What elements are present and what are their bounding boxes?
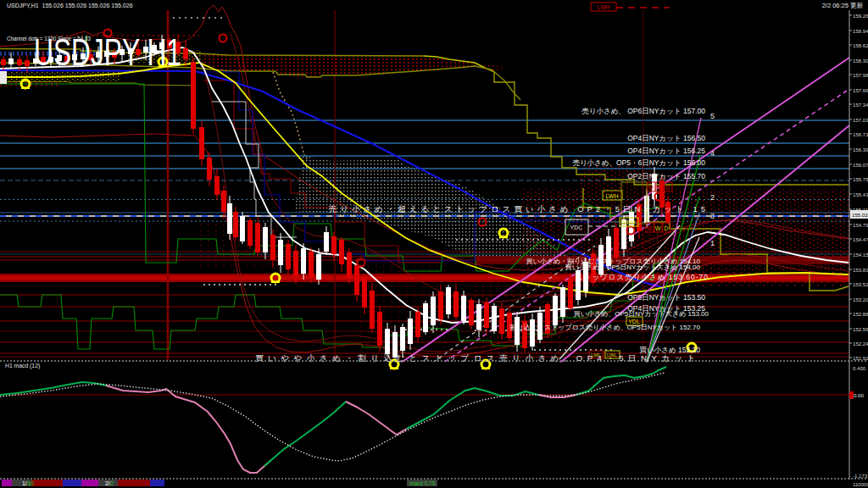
svg-text:2: 2 xyxy=(110,480,114,486)
svg-text:買い小さめ、OP5日NYカット大きめ 153.00: 買い小さめ、OP5日NYカット大きめ 153.00 xyxy=(574,310,709,318)
svg-text:macd 0.75: macd 0.75 xyxy=(409,480,436,486)
svg-text:152.560: 152.560 xyxy=(853,326,868,332)
svg-text:156.390: 156.390 xyxy=(853,147,868,152)
svg-text:158.625: 158.625 xyxy=(853,42,868,48)
svg-text:157.345: 157.345 xyxy=(853,102,868,108)
svg-text:153.200: 153.200 xyxy=(853,297,868,302)
svg-text:LWH: LWH xyxy=(605,193,618,199)
svg-text:159.265: 159.265 xyxy=(853,13,868,19)
svg-text:154.475: 154.475 xyxy=(853,236,868,242)
svg-text:152.240: 152.240 xyxy=(853,341,868,347)
svg-text:2/2 06:25 更新: 2/2 06:25 更新 xyxy=(822,2,864,9)
svg-text:153.835: 153.835 xyxy=(853,267,868,273)
svg-text:H1 macd (12): H1 macd (12) xyxy=(5,363,40,369)
svg-text:157.030: 157.030 xyxy=(853,117,868,123)
svg-text:153.520: 153.520 xyxy=(853,281,868,287)
svg-text:156.070: 156.070 xyxy=(853,162,868,168)
svg-text:0.00: 0.00 xyxy=(854,392,864,398)
svg-text:154.155: 154.155 xyxy=(853,252,868,258)
svg-text:売り小さめ・超えるとストップロス買い小さめ OP2・5日NY: 売り小さめ・超えるとストップロス買い小さめ OP2・5日NYカット 15 xyxy=(329,204,709,214)
svg-text:4: 4 xyxy=(710,149,715,158)
svg-text:2/: 2/ xyxy=(105,480,110,486)
svg-text:151.920: 151.920 xyxy=(853,355,868,361)
svg-text:YDC: YDC xyxy=(570,225,583,230)
svg-text:1/: 1/ xyxy=(22,480,27,486)
svg-text:157.985: 157.985 xyxy=(853,72,868,78)
svg-text:155.026: 155.026 xyxy=(852,212,868,218)
svg-text:買いやや小さめ・割り込むとストップロス売り小さめ、OP4・5: 買いやや小さめ・割り込むとストップロス売り小さめ、OP4・5日NYカット xyxy=(255,353,700,363)
svg-text:-1.173: -1.173 xyxy=(853,473,868,479)
svg-text:D: D xyxy=(664,225,668,231)
svg-text:OP5日NYカット 153.50: OP5日NYカット 153.50 xyxy=(627,293,705,302)
svg-text:110000: 110000 xyxy=(853,481,868,487)
svg-text:割り込むとストップロス売り小さめ、OP5日NYカット 152: 割り込むとストップロス売り小さめ、OP5日NYカット 152.70 xyxy=(509,324,700,331)
svg-text:M: M xyxy=(648,185,654,191)
svg-text:156.710: 156.710 xyxy=(853,131,868,137)
svg-text:D: D xyxy=(665,185,670,191)
svg-text:OP2日NYカット 155.70: OP2日NYカット 155.70 xyxy=(627,172,705,180)
svg-text:売り小さめ、OP5・6日NYカット 156.00: 売り小さめ、OP5・6日NYカット 156.00 xyxy=(572,158,705,167)
svg-text:154.795: 154.795 xyxy=(853,222,868,228)
svg-text:155.430: 155.430 xyxy=(853,191,868,197)
svg-text:155.750: 155.750 xyxy=(853,176,868,182)
svg-text:W: W xyxy=(655,225,661,231)
svg-text:買い小さめ、OP5日NYカット大きめ 154.00: 買い小さめ、OP5日NYカット大きめ 154.00 xyxy=(565,263,701,271)
svg-text:OP4日NYカット 156.25: OP4日NYカット 156.25 xyxy=(627,147,705,155)
svg-text:LMH: LMH xyxy=(598,4,610,10)
svg-text:USDJPY,H1 155.026 155.026 155: USDJPY,H1 155.026 155.026 155.026 155.02… xyxy=(7,3,133,8)
svg-text:ストップロス売り小さめ 153.60-70: ストップロス売り小さめ 153.60-70 xyxy=(576,273,709,281)
svg-text:Channel dots = 1330 Slope = 54: Channel dots = 1330 Slope = 54.83 xyxy=(7,36,92,42)
svg-text:0.400: 0.400 xyxy=(853,365,866,371)
svg-text:OP4日NYカット 156.50: OP4日NYカット 156.50 xyxy=(627,134,705,142)
svg-text:2: 2 xyxy=(710,193,715,202)
svg-text:5: 5 xyxy=(710,112,715,120)
svg-text:30: 30 xyxy=(27,480,34,486)
svg-text:152.880: 152.880 xyxy=(853,311,868,317)
svg-text:158.945: 158.945 xyxy=(853,28,868,34)
svg-text:YDH: YDH xyxy=(623,219,636,225)
svg-text:1: 1 xyxy=(710,239,715,247)
svg-text:売り小さめ、 OP6日NYカット 157.00: 売り小さめ、 OP6日NYカット 157.00 xyxy=(581,107,705,115)
svg-text:M: M xyxy=(647,225,652,231)
svg-text:3: 3 xyxy=(710,212,715,220)
svg-text:W: W xyxy=(657,185,663,191)
svg-text:158.305: 158.305 xyxy=(853,58,868,64)
svg-text:157.665: 157.665 xyxy=(853,87,868,93)
